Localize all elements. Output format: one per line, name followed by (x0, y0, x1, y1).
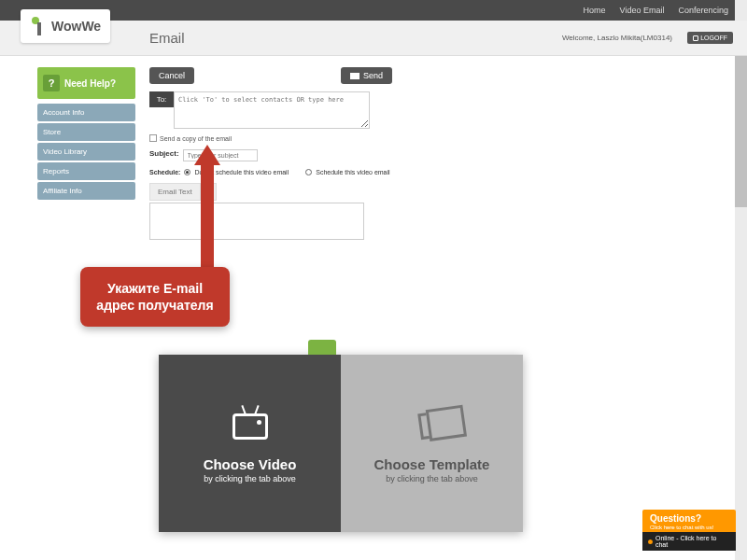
nav-video-email[interactable]: Video Email (620, 6, 665, 15)
nav-home[interactable]: Home (584, 6, 606, 15)
logoff-button[interactable]: LOGOFF (687, 32, 733, 44)
choose-video-title: Choose Video (204, 456, 297, 472)
choose-template-title: Choose Template (374, 456, 490, 472)
schedule-radio-yes[interactable] (305, 169, 312, 175)
choose-panels: Choose Video by clicking the tab above C… (159, 355, 523, 532)
subject-label: Subject: (149, 149, 179, 158)
choose-template-panel[interactable]: Choose Template by clicking the tab abov… (341, 355, 523, 532)
send-copy-checkbox[interactable]: Send a copy of the email (149, 134, 542, 142)
choose-video-panel[interactable]: Choose Video by clicking the tab above (159, 355, 341, 532)
top-nav: Home Video Email Conferencing (0, 0, 747, 21)
tv-icon (230, 404, 271, 445)
lock-icon (693, 35, 698, 41)
questions-title: Questions? (650, 513, 728, 524)
sidebar-item-store[interactable]: Store (37, 123, 135, 141)
question-icon: ? (43, 75, 60, 91)
callout-arrow (194, 145, 220, 271)
questions-widget[interactable]: Questions? Click here to chat with us! (642, 510, 736, 534)
sidebar-item-video-library[interactable]: Video Library (37, 143, 135, 161)
online-chat-bar[interactable]: Online - Click here to chat (642, 532, 736, 551)
panel-tab[interactable] (308, 340, 336, 355)
envelope-icon (350, 73, 359, 79)
logo[interactable]: WowWe (21, 9, 110, 43)
email-body-textarea[interactable] (149, 203, 364, 240)
schedule-radio-no[interactable] (184, 169, 190, 175)
scrollbar[interactable] (735, 0, 747, 560)
questions-sub: Click here to chat with us! (650, 525, 728, 530)
callout-tooltip: Укажите E-mail адрес получателя (80, 267, 230, 327)
to-input[interactable] (174, 91, 370, 129)
nav-conferencing[interactable]: Conferencing (678, 6, 728, 15)
send-button[interactable]: Send (341, 67, 392, 84)
sidebar: ?Need Help? Account Info Store Video Lib… (37, 67, 135, 240)
online-dot-icon (648, 539, 653, 544)
choose-template-sub: by clicking the tab above (386, 474, 478, 483)
sidebar-item-account[interactable]: Account Info (37, 104, 135, 121)
need-help-button[interactable]: ?Need Help? (37, 67, 135, 99)
sidebar-item-affiliate[interactable]: Affiliate Info (37, 182, 135, 200)
schedule-opt2-label: Schedule this video email (316, 169, 389, 175)
template-icon (412, 404, 453, 445)
cancel-button[interactable]: Cancel (149, 67, 194, 84)
choose-video-sub: by clicking the tab above (204, 474, 296, 483)
schedule-label: Schedule: (149, 169, 180, 175)
page-title: Email (149, 30, 185, 46)
header: WowWe Email Welcome, Laszlo Mikita(LM031… (0, 21, 747, 56)
sidebar-item-reports[interactable]: Reports (37, 162, 135, 180)
to-label[interactable]: To: (149, 91, 174, 107)
welcome-text: Welcome, Laszlo Mikita(LM0314) (562, 34, 672, 42)
tab-email-text[interactable]: Email Text (149, 183, 201, 201)
